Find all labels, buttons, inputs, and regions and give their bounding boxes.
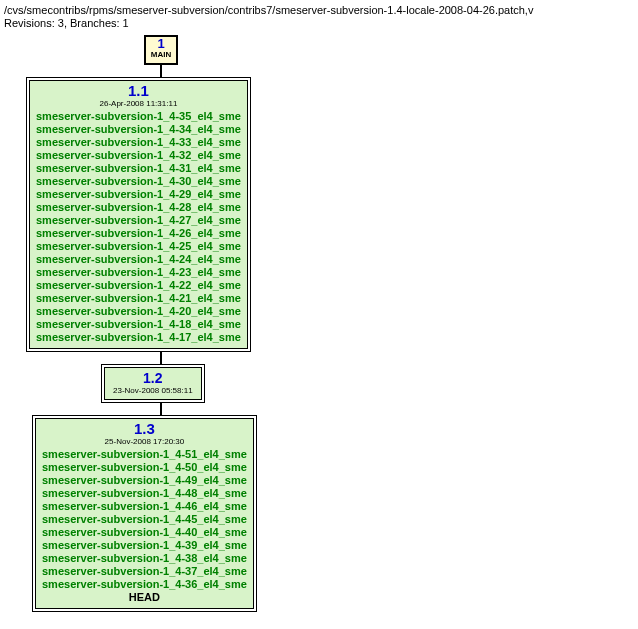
revision-node[interactable]: 1.1 26-Apr-2008 11:31:11 smeserver-subve… xyxy=(26,77,251,352)
revision-tag: smeserver-subversion-1_4-46_el4_sme xyxy=(42,500,247,513)
revision-version: 1.3 xyxy=(42,421,247,437)
revision-tag: smeserver-subversion-1_4-25_el4_sme xyxy=(36,240,241,253)
revision-tag: smeserver-subversion-1_4-34_el4_sme xyxy=(36,123,241,136)
revision-tag: smeserver-subversion-1_4-17_el4_sme xyxy=(36,331,241,344)
revision-tag: smeserver-subversion-1_4-40_el4_sme xyxy=(42,526,247,539)
revision-tag: smeserver-subversion-1_4-37_el4_sme xyxy=(42,565,247,578)
revision-tag: smeserver-subversion-1_4-32_el4_sme xyxy=(36,149,241,162)
revision-tag: smeserver-subversion-1_4-45_el4_sme xyxy=(42,513,247,526)
revision-tag: smeserver-subversion-1_4-18_el4_sme xyxy=(36,318,241,331)
revision-tag: smeserver-subversion-1_4-33_el4_sme xyxy=(36,136,241,149)
revision-tag: smeserver-subversion-1_4-26_el4_sme xyxy=(36,227,241,240)
branch-root-node[interactable]: 1 MAIN xyxy=(144,35,178,65)
revisions-summary: Revisions: 3, Branches: 1 xyxy=(4,17,638,29)
branch-root-label: MAIN xyxy=(146,50,176,59)
revision-tag: smeserver-subversion-1_4-51_el4_sme xyxy=(42,448,247,461)
revision-tag: smeserver-subversion-1_4-39_el4_sme xyxy=(42,539,247,552)
graph-connector xyxy=(160,352,162,364)
revision-tag: smeserver-subversion-1_4-35_el4_sme xyxy=(36,110,241,123)
revision-tag: smeserver-subversion-1_4-22_el4_sme xyxy=(36,279,241,292)
revision-graph: 1 MAIN 1.1 26-Apr-2008 11:31:11 smeserve… xyxy=(4,35,638,612)
revision-date: 25-Nov-2008 17:20:30 xyxy=(42,437,247,447)
revision-node[interactable]: 1.2 23-Nov-2008 05:58:11 xyxy=(101,364,205,403)
revision-node[interactable]: 1.3 25-Nov-2008 17:20:30 smeserver-subve… xyxy=(32,415,257,612)
graph-connector xyxy=(160,65,162,77)
revision-date: 23-Nov-2008 05:58:11 xyxy=(113,386,193,396)
head-label: HEAD xyxy=(42,591,247,604)
revision-version: 1.2 xyxy=(113,370,193,386)
revision-tag: smeserver-subversion-1_4-48_el4_sme xyxy=(42,487,247,500)
revision-tag: smeserver-subversion-1_4-38_el4_sme xyxy=(42,552,247,565)
file-path: /cvs/smecontribs/rpms/smeserver-subversi… xyxy=(4,4,638,16)
branch-root-number: 1 xyxy=(146,37,176,50)
revision-date: 26-Apr-2008 11:31:11 xyxy=(36,99,241,109)
tag-list: smeserver-subversion-1_4-51_el4_smesmese… xyxy=(42,448,247,591)
revision-tag: smeserver-subversion-1_4-50_el4_sme xyxy=(42,461,247,474)
revision-tag: smeserver-subversion-1_4-23_el4_sme xyxy=(36,266,241,279)
graph-connector xyxy=(160,403,162,415)
revision-tag: smeserver-subversion-1_4-20_el4_sme xyxy=(36,305,241,318)
revision-tag: smeserver-subversion-1_4-27_el4_sme xyxy=(36,214,241,227)
revision-tag: smeserver-subversion-1_4-30_el4_sme xyxy=(36,175,241,188)
revision-tag: smeserver-subversion-1_4-49_el4_sme xyxy=(42,474,247,487)
revision-tag: smeserver-subversion-1_4-31_el4_sme xyxy=(36,162,241,175)
revision-version: 1.1 xyxy=(36,83,241,99)
revision-tag: smeserver-subversion-1_4-28_el4_sme xyxy=(36,201,241,214)
revision-tag: smeserver-subversion-1_4-24_el4_sme xyxy=(36,253,241,266)
revision-tag: smeserver-subversion-1_4-21_el4_sme xyxy=(36,292,241,305)
revision-tag: smeserver-subversion-1_4-29_el4_sme xyxy=(36,188,241,201)
revision-tag: smeserver-subversion-1_4-36_el4_sme xyxy=(42,578,247,591)
tag-list: smeserver-subversion-1_4-35_el4_smesmese… xyxy=(36,110,241,344)
